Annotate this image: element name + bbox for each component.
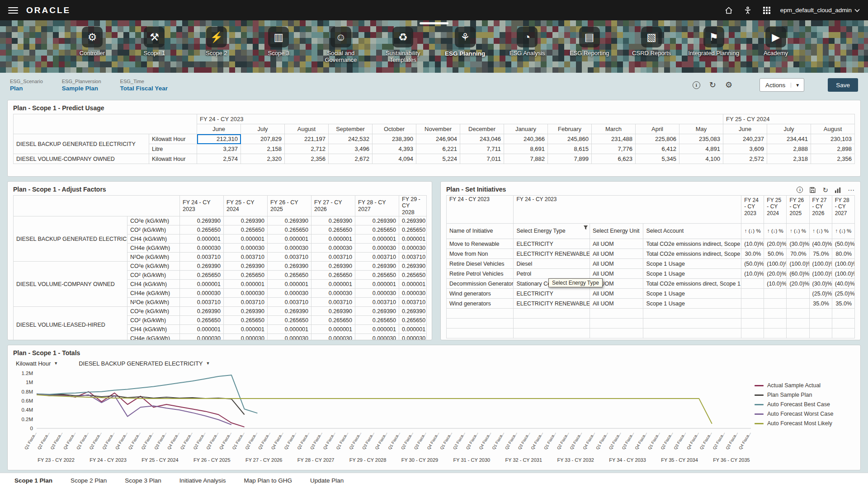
adjust-data-cell[interactable]: 0.269390	[180, 216, 224, 225]
more-actions-icon[interactable]: ⋯	[848, 187, 855, 193]
energy-unit-cell[interactable]: All UOM	[590, 249, 643, 259]
adjust-data-cell[interactable]: 0.000001	[311, 280, 355, 289]
month-column-header[interactable]: August	[811, 124, 855, 134]
predict-data-cell[interactable]: 6,412	[636, 144, 679, 154]
energy-type-cell[interactable]	[514, 319, 590, 328]
predict-data-cell[interactable]: 3,609	[723, 144, 767, 154]
initiative-pct-cell[interactable]: 80.0%	[832, 249, 854, 259]
initiative-pct-cell[interactable]: (30.0)%	[787, 239, 809, 249]
apps-grid-icon[interactable]	[761, 5, 772, 16]
adjust-data-cell[interactable]: 0.265650	[268, 225, 311, 235]
initiative-pct-cell[interactable]	[832, 309, 854, 319]
accessibility-icon[interactable]	[742, 5, 753, 16]
initiative-pct-cell[interactable]	[741, 299, 764, 309]
account-cell[interactable]: Total CO2e emissions indirect, Scope	[643, 249, 741, 259]
initiative-pct-cell[interactable]	[741, 309, 764, 319]
info-icon[interactable]: i	[693, 81, 700, 89]
initiative-pct-cell[interactable]	[809, 328, 832, 338]
initiative-pct-cell[interactable]	[809, 309, 832, 319]
initiative-pct-cell[interactable]	[741, 289, 764, 299]
legend-item[interactable]: Auto Forecast Most Likely	[755, 420, 850, 427]
account-cell[interactable]	[643, 328, 741, 338]
save-button[interactable]: Save	[828, 78, 858, 92]
account-cell[interactable]: Scope 1 Usage	[643, 299, 741, 309]
initiative-pct-cell[interactable]	[764, 299, 787, 309]
account-cell[interactable]: Scope 1 Usage	[643, 269, 741, 279]
initiative-pct-cell[interactable]: (100.0)%	[764, 259, 787, 269]
adjust-data-cell[interactable]: 0.000030	[268, 244, 311, 253]
adjust-data-cell[interactable]: 0.003710	[355, 253, 399, 262]
nav-item-esg-reporting[interactable]: ▤ESG Reporting	[561, 27, 618, 64]
predict-data-cell[interactable]: 3,496	[329, 144, 373, 154]
initiative-pct-cell[interactable]: (30.0)%	[809, 279, 832, 289]
predict-data-cell[interactable]: 4,100	[679, 154, 723, 164]
predict-data-cell[interactable]: 2,318	[767, 154, 811, 164]
month-column-header[interactable]: April	[636, 124, 679, 134]
initiative-pct-cell[interactable]: (25.0)%	[809, 289, 832, 299]
sort-direction-header[interactable]: ↑ (↓) %	[741, 224, 764, 239]
adjust-data-cell[interactable]: 0.269390	[224, 307, 268, 316]
month-column-header[interactable]: December	[460, 124, 504, 134]
predict-data-cell[interactable]: 2,158	[241, 144, 285, 154]
energy-type-cell[interactable]: ELECTRICITY	[514, 289, 590, 299]
adjust-data-cell[interactable]: 0.000001	[311, 325, 355, 334]
account-cell[interactable]	[643, 309, 741, 319]
month-column-header[interactable]: October	[373, 124, 416, 134]
predict-data-cell[interactable]: 7,011	[460, 154, 504, 164]
adjust-data-cell[interactable]: 0.265650	[399, 225, 427, 235]
account-cell[interactable]	[643, 319, 741, 328]
adjust-data-cell[interactable]: 0.269390	[355, 307, 399, 316]
adjust-data-cell[interactable]: 0.000001	[268, 280, 311, 289]
legend-item[interactable]: Auto Forecast Worst Case	[755, 411, 850, 417]
predict-data-cell[interactable]: 231,488	[592, 134, 636, 144]
tab-scope-1-plan[interactable]: Scope 1 Plan	[5, 473, 61, 488]
year-column-header[interactable]: FY 27 - CY 2026	[311, 196, 355, 216]
initiative-name-cell[interactable]: Retire Petrol Vehicles	[447, 269, 514, 279]
predict-data-cell[interactable]: 5,224	[416, 154, 460, 164]
year-column-header[interactable]: FY 25 - CY 2024	[224, 196, 268, 216]
adjust-data-cell[interactable]: 0.003710	[268, 298, 311, 307]
adjust-data-cell[interactable]: 0.000001	[399, 325, 427, 334]
adjust-data-cell[interactable]: 0.000030	[355, 334, 399, 340]
pov-scenario[interactable]: ESG_Scenario Plan	[10, 79, 43, 92]
predict-data-cell[interactable]: 221,197	[285, 134, 329, 144]
adjust-data-cell[interactable]: 0.003710	[399, 298, 427, 307]
initiative-pct-cell[interactable]	[741, 319, 764, 328]
month-column-header[interactable]: August	[285, 124, 329, 134]
predict-data-cell[interactable]: 7,882	[504, 154, 548, 164]
initiative-name-cell[interactable]	[447, 319, 514, 328]
uom-selector[interactable]: Kilowatt Hour ▼	[16, 360, 58, 367]
adjust-data-cell[interactable]: 0.000030	[224, 289, 268, 298]
predict-data-cell[interactable]: 235,083	[679, 134, 723, 144]
initiative-pct-cell[interactable]	[764, 309, 787, 319]
adjust-data-cell[interactable]: 0.269390	[311, 262, 355, 271]
initiative-pct-cell[interactable]: 50.0%	[764, 249, 787, 259]
energy-type-cell[interactable]: ELECTRICITY	[514, 239, 590, 249]
adjust-data-cell[interactable]: 0.269390	[311, 307, 355, 316]
predict-data-cell[interactable]: 2,888	[767, 144, 811, 154]
adjust-data-cell[interactable]: 0.003710	[180, 298, 224, 307]
initiative-pct-cell[interactable]: 75.0%	[809, 249, 832, 259]
initiative-pct-cell[interactable]: 30.0%	[741, 249, 764, 259]
adjust-data-cell[interactable]: 0.000030	[399, 334, 427, 340]
initiative-pct-cell[interactable]	[787, 319, 809, 328]
refresh-icon[interactable]: ↻	[822, 187, 828, 193]
predict-data-cell[interactable]: 5,345	[636, 154, 679, 164]
tab-update-plan[interactable]: Update Plan	[301, 473, 353, 488]
initiative-pct-cell[interactable]	[787, 299, 809, 309]
energy-unit-cell[interactable]	[590, 328, 643, 338]
adjust-data-cell[interactable]: 0.000001	[355, 325, 399, 334]
fy-column-header[interactable]: FY 25 - CY 2024	[764, 196, 787, 224]
initiative-pct-cell[interactable]: (40.0)%	[832, 279, 854, 289]
carousel-scroll-indicator[interactable]	[420, 22, 448, 24]
adjust-data-cell[interactable]: 0.003710	[224, 253, 268, 262]
adjust-data-cell[interactable]: 0.003710	[399, 253, 427, 262]
fy-column-header[interactable]: FY 26 - CY 2025	[787, 196, 809, 224]
legend-item[interactable]: Auto Forecast Best Case	[755, 401, 850, 408]
fy-column-header[interactable]: FY 27 - CY 2026	[809, 196, 832, 224]
adjust-data-cell[interactable]: 0.269390	[311, 216, 355, 225]
energy-unit-cell[interactable]: All UOM	[590, 269, 643, 279]
adjust-data-cell[interactable]: 0.269390	[355, 216, 399, 225]
adjust-data-cell[interactable]: 0.269390	[268, 262, 311, 271]
filter-icon[interactable]	[583, 225, 588, 230]
